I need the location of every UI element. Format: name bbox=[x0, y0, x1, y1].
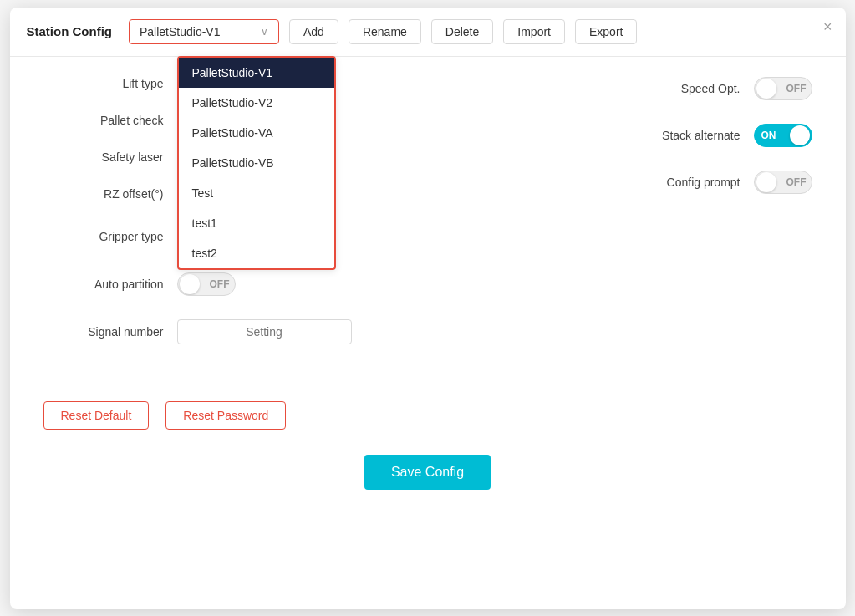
reset-password-button[interactable]: Reset Password bbox=[165, 401, 286, 430]
station-config-modal: Station Config PalletStudio-V1 ∨ Add Ren… bbox=[10, 8, 846, 609]
auto-partition-thumb bbox=[180, 274, 200, 294]
form-columns: Lift type Pallet check Safety laser RZ o… bbox=[43, 77, 812, 368]
delete-button[interactable]: Delete bbox=[431, 19, 493, 44]
chevron-down-icon: ∨ bbox=[261, 26, 268, 38]
auto-partition-row: Auto partition OFF bbox=[43, 272, 403, 296]
import-button[interactable]: Import bbox=[503, 19, 565, 44]
signal-number-row: Signal number bbox=[43, 319, 403, 344]
footer-buttons: Reset Default Reset Password bbox=[43, 401, 812, 430]
config-prompt-toggle-label: OFF bbox=[786, 176, 807, 188]
export-button[interactable]: Export bbox=[575, 19, 637, 44]
signal-number-label: Signal number bbox=[43, 325, 177, 339]
close-button[interactable]: × bbox=[823, 19, 832, 34]
safety-laser-label: Safety laser bbox=[43, 150, 177, 164]
stack-alternate-row: Stack alternate ON bbox=[453, 124, 812, 147]
gripper-type-label: Gripper type bbox=[43, 230, 177, 243]
config-prompt-label: Config prompt bbox=[667, 176, 740, 189]
stack-alternate-toggle-label: ON bbox=[761, 130, 776, 141]
dropdown-item-test[interactable]: Test bbox=[179, 178, 334, 208]
auto-partition-label: Auto partition bbox=[43, 277, 177, 291]
rename-button[interactable]: Rename bbox=[349, 19, 421, 44]
dropdown-item-palletstudio-vb[interactable]: PalletStudio-VB bbox=[179, 148, 334, 178]
speed-opt-toggle-label: OFF bbox=[786, 83, 807, 94]
modal-header: Station Config PalletStudio-V1 ∨ Add Ren… bbox=[10, 8, 846, 57]
lift-type-label: Lift type bbox=[43, 77, 177, 90]
speed-opt-toggle[interactable]: OFF bbox=[754, 77, 812, 100]
config-prompt-toggle[interactable]: OFF bbox=[754, 171, 812, 194]
station-dropdown[interactable]: PalletStudio-V1 ∨ bbox=[129, 19, 279, 44]
dropdown-item-palletstudio-v2[interactable]: PalletStudio-V2 bbox=[179, 88, 334, 118]
stack-alternate-toggle[interactable]: ON bbox=[754, 124, 812, 147]
dropdown-item-test1[interactable]: test1 bbox=[179, 208, 334, 238]
modal-body: Lift type Pallet check Safety laser RZ o… bbox=[10, 57, 846, 510]
speed-opt-row: Speed Opt. OFF bbox=[453, 77, 812, 100]
config-prompt-row: Config prompt OFF bbox=[453, 171, 812, 194]
signal-number-input[interactable] bbox=[177, 319, 352, 344]
pallet-check-label: Pallet check bbox=[43, 114, 177, 127]
stack-alternate-label: Stack alternate bbox=[662, 129, 740, 142]
station-dropdown-value: PalletStudio-V1 bbox=[140, 25, 221, 38]
auto-partition-toggle[interactable]: OFF bbox=[177, 272, 236, 296]
speed-opt-label: Speed Opt. bbox=[681, 82, 740, 95]
station-dropdown-menu: PalletStudio-V1 PalletStudio-V2 PalletSt… bbox=[177, 56, 336, 270]
save-config-button[interactable]: Save Config bbox=[364, 455, 491, 490]
dropdown-item-palletstudio-v1[interactable]: PalletStudio-V1 bbox=[179, 58, 334, 88]
speed-opt-thumb bbox=[756, 79, 776, 99]
right-column: Speed Opt. OFF Stack alternate ON bbox=[403, 77, 812, 368]
reset-default-button[interactable]: Reset Default bbox=[43, 401, 150, 430]
dropdown-item-test2[interactable]: test2 bbox=[179, 238, 334, 268]
config-prompt-thumb bbox=[756, 172, 776, 192]
stack-alternate-thumb bbox=[790, 125, 810, 145]
rz-offset-label: RZ offset(°) bbox=[43, 187, 177, 201]
add-button[interactable]: Add bbox=[289, 19, 338, 44]
modal-title: Station Config bbox=[27, 24, 112, 38]
dropdown-item-palletstudio-va[interactable]: PalletStudio-VA bbox=[179, 118, 334, 148]
auto-partition-toggle-label: OFF bbox=[210, 278, 230, 290]
